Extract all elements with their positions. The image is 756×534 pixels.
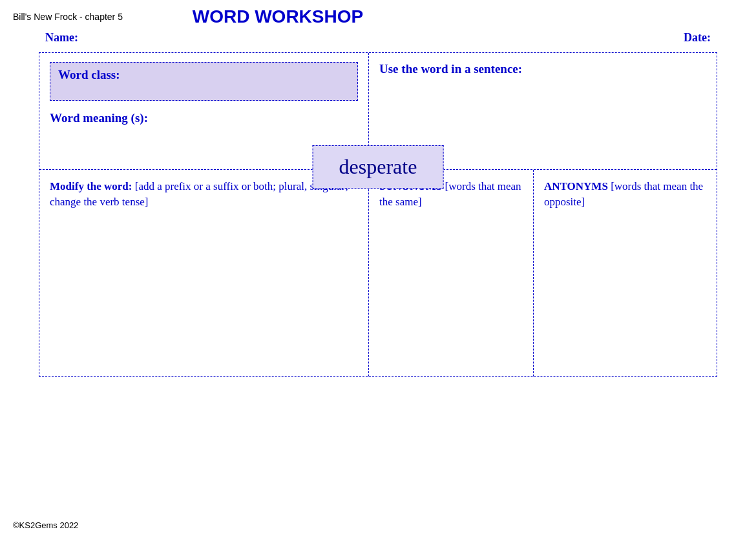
date-label: Date: [684,31,711,45]
top-section: Word class: Word meaning (s): Use the wo… [39,53,717,170]
workshop-title: WORD WORKSHOP [123,6,433,27]
antonyms-label: ANTONYMS [words that mean the opposite] [544,179,706,210]
modify-label: Modify the word: [add a prefix or a suff… [50,179,358,210]
center-word-box: desperate [313,145,444,189]
book-title: Bill's New Frock - chapter 5 [13,12,123,22]
center-word: desperate [339,155,417,178]
name-label: Name: [45,31,78,45]
bottom-right-panel: ANTONYMS [words that mean the opposite] [534,170,717,376]
word-class-box[interactable]: Word class: [50,62,358,101]
word-meaning-label: Word meaning (s): [50,111,358,125]
bottom-left-panel: Modify the word: [add a prefix or a suff… [39,170,369,376]
antonyms-bold: ANTONYMS [544,180,608,192]
footer-copyright: ©KS2Gems 2022 [13,520,78,530]
word-class-label: Word class: [58,68,120,81]
use-sentence-label: Use the word in a sentence: [379,62,706,76]
modify-bold: Modify the word: [50,180,132,192]
bottom-middle-panel: SYNONYMS [words that mean the same] [369,170,534,376]
bottom-section: Modify the word: [add a prefix or a suff… [39,170,717,376]
main-container: Word class: Word meaning (s): Use the wo… [39,52,717,377]
center-word-container: desperate [313,145,444,189]
